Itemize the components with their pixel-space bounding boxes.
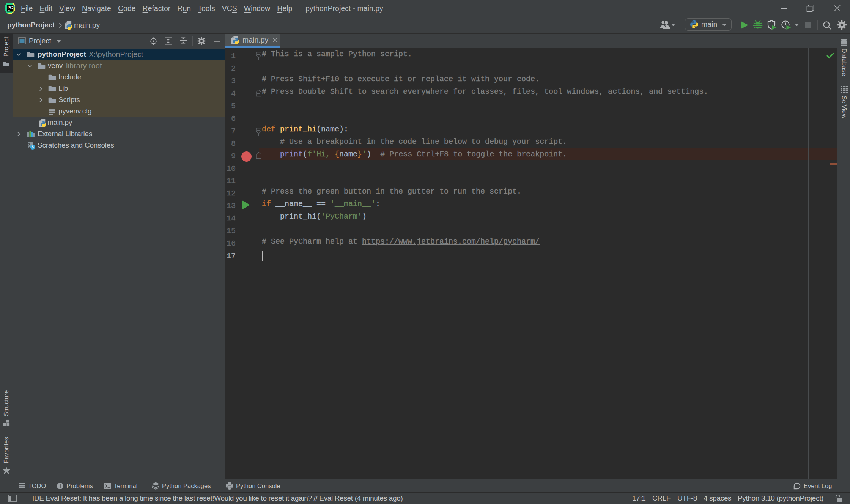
svg-text:PC: PC bbox=[8, 6, 13, 10]
